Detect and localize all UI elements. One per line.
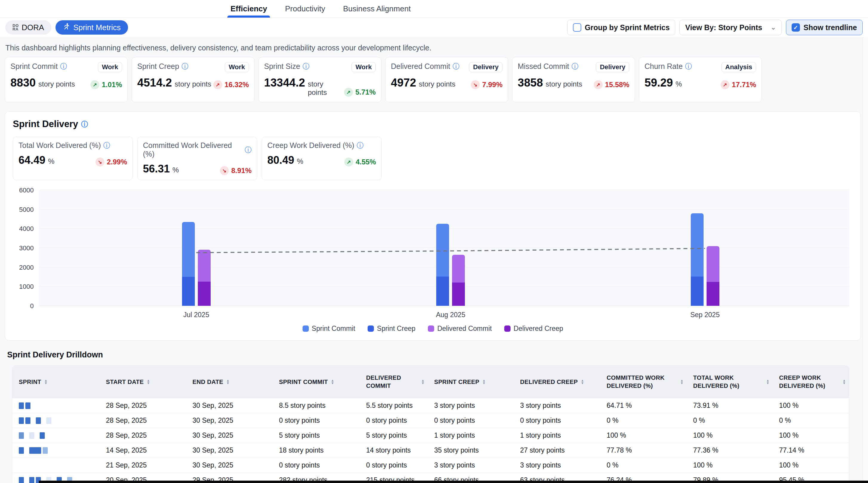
group-by-sprint-metrics-checkbox[interactable]: Group by Sprint Metrics [567, 20, 676, 35]
info-icon[interactable]: ⓘ [103, 142, 110, 149]
redaction-block [19, 402, 24, 409]
sprint-commit-cell: 8.5 story points [272, 401, 360, 410]
category-badge: Work [225, 62, 249, 72]
column-header-total-work-delivered[interactable]: TOTAL WORK DELIVERED (%)▲▼ [687, 369, 773, 394]
legend-label: Delivered Creep [514, 325, 563, 333]
redaction-block [29, 477, 34, 483]
sort-icon[interactable]: ▲▼ [766, 379, 770, 385]
sort-icon[interactable]: ▲▼ [421, 379, 425, 385]
column-header-committed-work-delivered[interactable]: COMMITTED WORK DELIVERED (%)▲▼ [600, 369, 687, 394]
info-icon[interactable]: ⓘ [571, 63, 578, 70]
metric-card: Sprint CommitⓘWork8830story points↗1.01% [5, 57, 128, 102]
redaction-block [25, 477, 28, 483]
trend-value: 2.99% [107, 158, 127, 166]
redaction-block [19, 417, 24, 424]
column-header-label: SPRINT [19, 378, 41, 386]
bar-segment-bottom [452, 283, 465, 306]
metric-value: 13344.2 [264, 76, 305, 89]
sort-icon[interactable]: ▲▼ [44, 379, 48, 385]
column-header-label: CREEP WORK DELIVERED (%) [779, 374, 840, 390]
redaction-block [36, 432, 38, 439]
legend-item-sprint-creep[interactable]: Sprint Creep [368, 325, 415, 333]
redaction-block [25, 417, 30, 424]
sort-icon[interactable]: ▲▼ [680, 379, 684, 385]
bar-group-jul-2025 [182, 222, 211, 306]
arrow-down-right-icon: ↘ [95, 158, 104, 166]
column-header-delivered-creep[interactable]: DELIVERED CREEP▲▼ [514, 374, 600, 390]
legend-swatch-icon [428, 325, 434, 332]
redaction-block [25, 402, 30, 409]
x-tick-label: Aug 2025 [436, 311, 465, 319]
delivered-commit-cell: 14 story points [360, 446, 428, 454]
category-badge: Delivery [469, 62, 502, 72]
column-header-sprint-creep[interactable]: SPRINT CREEP▲▼ [428, 374, 514, 390]
vertical-scrollbar[interactable] [863, 37, 868, 483]
sort-icon[interactable]: ▲▼ [331, 379, 334, 385]
subcard-unit: % [297, 157, 303, 166]
legend-item-delivered-commit[interactable]: Delivered Commit [428, 325, 492, 333]
info-icon[interactable]: ⓘ [356, 142, 364, 149]
info-icon[interactable]: ⓘ [685, 63, 692, 70]
bar-segment-bottom [182, 277, 195, 306]
committed-work-delivered-cell: 64.71 % [600, 401, 687, 410]
legend-item-sprint-commit[interactable]: Sprint Commit [303, 325, 355, 333]
metric-unit: story points [308, 80, 344, 97]
column-header-sprint[interactable]: SPRINT▲▼ [12, 374, 99, 390]
end-date-cell: 30 Sep, 2025 [186, 461, 272, 469]
trend-indicator: ↘2.99% [95, 158, 127, 166]
start-date-cell: 28 Sep, 2025 [99, 401, 186, 410]
y-tick-label: 2000 [19, 264, 34, 271]
window-bottom-edge [39, 481, 868, 483]
delivered-creep-cell: 3 story points [514, 461, 600, 469]
metric-value: 3858 [518, 76, 543, 89]
sort-icon[interactable]: ▲▼ [226, 379, 229, 385]
redaction-block [36, 417, 41, 424]
total-work-delivered-cell: 100 % [687, 431, 773, 440]
sprint-cell [12, 402, 99, 409]
trend-indicator: ↗16.32% [213, 80, 249, 89]
sort-icon[interactable]: ▲▼ [843, 379, 846, 385]
info-icon[interactable]: ⓘ [453, 63, 460, 70]
metric-card-title: Churn Rateⓘ [645, 62, 692, 71]
metric-value: 4972 [391, 76, 416, 89]
bar-segment-bottom [691, 277, 704, 306]
tab-productivity[interactable]: Productivity [285, 0, 325, 18]
sprint-creep-cell: 3 story points [428, 461, 514, 469]
column-header-delivered-commit[interactable]: DELIVERED COMMIT▲▼ [360, 369, 428, 394]
dora-toggle-button[interactable]: DORA DORA [5, 20, 51, 35]
column-header-sprint-commit[interactable]: SPRINT COMMIT▲▼ [272, 374, 360, 390]
column-header-start-date[interactable]: START DATE▲▼ [99, 374, 186, 390]
bar-segment-top [691, 213, 704, 277]
tab-business-alignment[interactable]: Business Alignment [343, 0, 411, 18]
show-trendline-checkbox[interactable]: ✓ Show trendline [786, 20, 863, 35]
sprint-metrics-toggle-button[interactable]: Sprint Metrics [56, 20, 128, 35]
redaction-block [43, 447, 48, 454]
info-icon[interactable]: ⓘ [81, 121, 88, 128]
column-header-creep-work-delivered[interactable]: CREEP WORK DELIVERED (%)▲▼ [773, 369, 849, 394]
legend-swatch-icon [303, 325, 309, 332]
info-icon[interactable]: ⓘ [303, 63, 309, 70]
table-row: 28 Sep, 202530 Sep, 20250 story points0 … [12, 413, 849, 428]
view-by-label: View By: Story Points [685, 23, 762, 32]
total-work-delivered-cell: 100 % [687, 461, 773, 469]
tab-efficiency[interactable]: Efficiency [230, 0, 267, 18]
dashboard-description: This dashboard highlights planning effec… [5, 37, 863, 52]
sort-icon[interactable]: ▲▼ [147, 379, 150, 385]
checkbox-checked-icon[interactable]: ✓ [792, 23, 800, 32]
bar-segment-top [198, 250, 211, 282]
info-icon[interactable]: ⓘ [181, 63, 188, 70]
delivered-commit-cell: 5 story points [360, 431, 428, 440]
column-header-end-date[interactable]: END DATE▲▼ [186, 374, 272, 390]
sort-icon[interactable]: ▲▼ [581, 379, 584, 385]
legend-item-delivered-creep[interactable]: Delivered Creep [504, 325, 563, 333]
view-by-dropdown[interactable]: View By: Story Points ⌄ [679, 20, 781, 35]
table-row: 28 Sep, 202530 Sep, 20255 story points5 … [12, 428, 849, 443]
dora-icon: DORA [12, 24, 19, 31]
info-icon[interactable]: ⓘ [60, 63, 67, 70]
info-icon[interactable]: ⓘ [245, 147, 251, 153]
sort-icon[interactable]: ▲▼ [482, 379, 486, 385]
top-tab-bar: EfficiencyProductivityBusiness Alignment [0, 0, 868, 18]
checkbox-unchecked-icon[interactable] [573, 23, 581, 32]
bar-group-aug-2025 [436, 224, 465, 306]
subcard-title-text: Committed Work Delivered (%) [143, 141, 242, 158]
